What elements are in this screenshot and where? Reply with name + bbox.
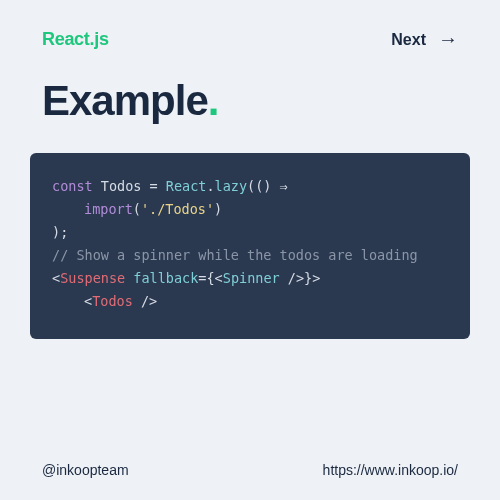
title-row: Example. — [0, 51, 500, 125]
social-handle: @inkoopteam — [42, 462, 129, 478]
code-line: <Suspense fallback={<Spinner />}> — [52, 267, 448, 290]
code-line: const Todos = React.lazy(() ⇒ — [52, 175, 448, 198]
page-title: Example — [42, 77, 208, 124]
next-label: Next — [391, 31, 426, 49]
website-url: https://www.inkoop.io/ — [323, 462, 458, 478]
code-line: <Todos /> — [52, 290, 448, 313]
title-dot: . — [208, 77, 220, 124]
next-button[interactable]: Next → — [391, 28, 458, 51]
header: React.js Next → — [0, 0, 500, 51]
brand-logo: React.js — [42, 29, 109, 50]
footer: @inkoopteam https://www.inkoop.io/ — [0, 462, 500, 478]
code-line: import('./Todos') — [52, 198, 448, 221]
code-comment-line: // Show a spinner while the todos are lo… — [52, 244, 448, 267]
code-line: ); — [52, 221, 448, 244]
code-block: const Todos = React.lazy(() ⇒ import('./… — [30, 153, 470, 339]
arrow-right-icon: → — [438, 28, 458, 51]
